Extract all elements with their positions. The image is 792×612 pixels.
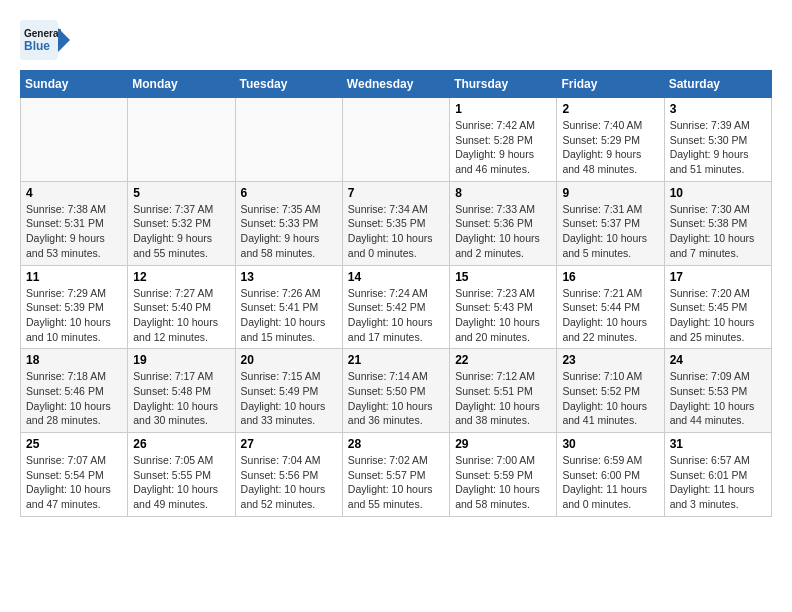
day-info: Sunrise: 7:07 AM Sunset: 5:54 PM Dayligh… (26, 453, 122, 512)
calendar-cell: 17Sunrise: 7:20 AM Sunset: 5:45 PM Dayli… (664, 265, 771, 349)
day-number: 1 (455, 102, 551, 116)
calendar-cell: 1Sunrise: 7:42 AM Sunset: 5:28 PM Daylig… (450, 98, 557, 182)
calendar-week-row: 1Sunrise: 7:42 AM Sunset: 5:28 PM Daylig… (21, 98, 772, 182)
calendar-cell: 15Sunrise: 7:23 AM Sunset: 5:43 PM Dayli… (450, 265, 557, 349)
calendar-cell: 29Sunrise: 7:00 AM Sunset: 5:59 PM Dayli… (450, 433, 557, 517)
calendar-cell: 7Sunrise: 7:34 AM Sunset: 5:35 PM Daylig… (342, 181, 449, 265)
calendar-cell: 11Sunrise: 7:29 AM Sunset: 5:39 PM Dayli… (21, 265, 128, 349)
calendar-cell: 28Sunrise: 7:02 AM Sunset: 5:57 PM Dayli… (342, 433, 449, 517)
day-number: 23 (562, 353, 658, 367)
calendar-cell: 22Sunrise: 7:12 AM Sunset: 5:51 PM Dayli… (450, 349, 557, 433)
day-info: Sunrise: 6:59 AM Sunset: 6:00 PM Dayligh… (562, 453, 658, 512)
day-number: 13 (241, 270, 337, 284)
day-number: 18 (26, 353, 122, 367)
svg-marker-3 (58, 28, 70, 52)
day-info: Sunrise: 7:10 AM Sunset: 5:52 PM Dayligh… (562, 369, 658, 428)
calendar-cell: 13Sunrise: 7:26 AM Sunset: 5:41 PM Dayli… (235, 265, 342, 349)
weekday-header: Tuesday (235, 71, 342, 98)
calendar-cell: 30Sunrise: 6:59 AM Sunset: 6:00 PM Dayli… (557, 433, 664, 517)
day-number: 17 (670, 270, 766, 284)
day-number: 14 (348, 270, 444, 284)
weekday-header: Thursday (450, 71, 557, 98)
day-info: Sunrise: 7:12 AM Sunset: 5:51 PM Dayligh… (455, 369, 551, 428)
day-number: 4 (26, 186, 122, 200)
weekday-header: Sunday (21, 71, 128, 98)
day-number: 26 (133, 437, 229, 451)
calendar-cell: 31Sunrise: 6:57 AM Sunset: 6:01 PM Dayli… (664, 433, 771, 517)
day-number: 12 (133, 270, 229, 284)
day-number: 22 (455, 353, 551, 367)
calendar-cell (235, 98, 342, 182)
day-info: Sunrise: 7:31 AM Sunset: 5:37 PM Dayligh… (562, 202, 658, 261)
day-number: 31 (670, 437, 766, 451)
day-info: Sunrise: 7:35 AM Sunset: 5:33 PM Dayligh… (241, 202, 337, 261)
day-info: Sunrise: 7:09 AM Sunset: 5:53 PM Dayligh… (670, 369, 766, 428)
weekday-header: Saturday (664, 71, 771, 98)
calendar-week-row: 18Sunrise: 7:18 AM Sunset: 5:46 PM Dayli… (21, 349, 772, 433)
calendar-cell: 10Sunrise: 7:30 AM Sunset: 5:38 PM Dayli… (664, 181, 771, 265)
calendar-cell: 16Sunrise: 7:21 AM Sunset: 5:44 PM Dayli… (557, 265, 664, 349)
calendar-cell: 3Sunrise: 7:39 AM Sunset: 5:30 PM Daylig… (664, 98, 771, 182)
svg-text:General: General (24, 28, 61, 39)
day-number: 21 (348, 353, 444, 367)
day-info: Sunrise: 7:40 AM Sunset: 5:29 PM Dayligh… (562, 118, 658, 177)
day-info: Sunrise: 7:23 AM Sunset: 5:43 PM Dayligh… (455, 286, 551, 345)
day-info: Sunrise: 7:18 AM Sunset: 5:46 PM Dayligh… (26, 369, 122, 428)
calendar-week-row: 11Sunrise: 7:29 AM Sunset: 5:39 PM Dayli… (21, 265, 772, 349)
day-info: Sunrise: 7:34 AM Sunset: 5:35 PM Dayligh… (348, 202, 444, 261)
calendar-cell: 27Sunrise: 7:04 AM Sunset: 5:56 PM Dayli… (235, 433, 342, 517)
calendar-cell: 18Sunrise: 7:18 AM Sunset: 5:46 PM Dayli… (21, 349, 128, 433)
calendar-table: SundayMondayTuesdayWednesdayThursdayFrid… (20, 70, 772, 517)
day-info: Sunrise: 7:20 AM Sunset: 5:45 PM Dayligh… (670, 286, 766, 345)
day-info: Sunrise: 7:38 AM Sunset: 5:31 PM Dayligh… (26, 202, 122, 261)
calendar-header-row: SundayMondayTuesdayWednesdayThursdayFrid… (21, 71, 772, 98)
calendar-cell: 9Sunrise: 7:31 AM Sunset: 5:37 PM Daylig… (557, 181, 664, 265)
day-info: Sunrise: 6:57 AM Sunset: 6:01 PM Dayligh… (670, 453, 766, 512)
day-info: Sunrise: 7:27 AM Sunset: 5:40 PM Dayligh… (133, 286, 229, 345)
weekday-header: Wednesday (342, 71, 449, 98)
calendar-cell: 2Sunrise: 7:40 AM Sunset: 5:29 PM Daylig… (557, 98, 664, 182)
day-number: 11 (26, 270, 122, 284)
day-number: 15 (455, 270, 551, 284)
calendar-cell: 23Sunrise: 7:10 AM Sunset: 5:52 PM Dayli… (557, 349, 664, 433)
logo: General Blue (20, 20, 70, 60)
day-number: 28 (348, 437, 444, 451)
day-number: 29 (455, 437, 551, 451)
weekday-header: Monday (128, 71, 235, 98)
day-number: 10 (670, 186, 766, 200)
calendar-week-row: 4Sunrise: 7:38 AM Sunset: 5:31 PM Daylig… (21, 181, 772, 265)
calendar-cell: 24Sunrise: 7:09 AM Sunset: 5:53 PM Dayli… (664, 349, 771, 433)
day-info: Sunrise: 7:33 AM Sunset: 5:36 PM Dayligh… (455, 202, 551, 261)
day-info: Sunrise: 7:42 AM Sunset: 5:28 PM Dayligh… (455, 118, 551, 177)
day-number: 27 (241, 437, 337, 451)
calendar-cell (342, 98, 449, 182)
page-header: General Blue (20, 20, 772, 60)
day-number: 16 (562, 270, 658, 284)
day-info: Sunrise: 7:04 AM Sunset: 5:56 PM Dayligh… (241, 453, 337, 512)
day-info: Sunrise: 7:26 AM Sunset: 5:41 PM Dayligh… (241, 286, 337, 345)
day-info: Sunrise: 7:39 AM Sunset: 5:30 PM Dayligh… (670, 118, 766, 177)
day-info: Sunrise: 7:24 AM Sunset: 5:42 PM Dayligh… (348, 286, 444, 345)
calendar-cell: 21Sunrise: 7:14 AM Sunset: 5:50 PM Dayli… (342, 349, 449, 433)
calendar-cell (128, 98, 235, 182)
day-info: Sunrise: 7:30 AM Sunset: 5:38 PM Dayligh… (670, 202, 766, 261)
day-number: 3 (670, 102, 766, 116)
calendar-cell: 8Sunrise: 7:33 AM Sunset: 5:36 PM Daylig… (450, 181, 557, 265)
day-info: Sunrise: 7:17 AM Sunset: 5:48 PM Dayligh… (133, 369, 229, 428)
weekday-header: Friday (557, 71, 664, 98)
calendar-cell (21, 98, 128, 182)
day-info: Sunrise: 7:00 AM Sunset: 5:59 PM Dayligh… (455, 453, 551, 512)
day-number: 9 (562, 186, 658, 200)
calendar-body: 1Sunrise: 7:42 AM Sunset: 5:28 PM Daylig… (21, 98, 772, 517)
svg-text:Blue: Blue (24, 39, 50, 53)
day-info: Sunrise: 7:37 AM Sunset: 5:32 PM Dayligh… (133, 202, 229, 261)
calendar-cell: 4Sunrise: 7:38 AM Sunset: 5:31 PM Daylig… (21, 181, 128, 265)
logo-svg: General Blue (20, 20, 70, 60)
day-number: 7 (348, 186, 444, 200)
day-info: Sunrise: 7:29 AM Sunset: 5:39 PM Dayligh… (26, 286, 122, 345)
day-number: 24 (670, 353, 766, 367)
day-number: 25 (26, 437, 122, 451)
calendar-cell: 6Sunrise: 7:35 AM Sunset: 5:33 PM Daylig… (235, 181, 342, 265)
calendar-cell: 14Sunrise: 7:24 AM Sunset: 5:42 PM Dayli… (342, 265, 449, 349)
day-number: 5 (133, 186, 229, 200)
